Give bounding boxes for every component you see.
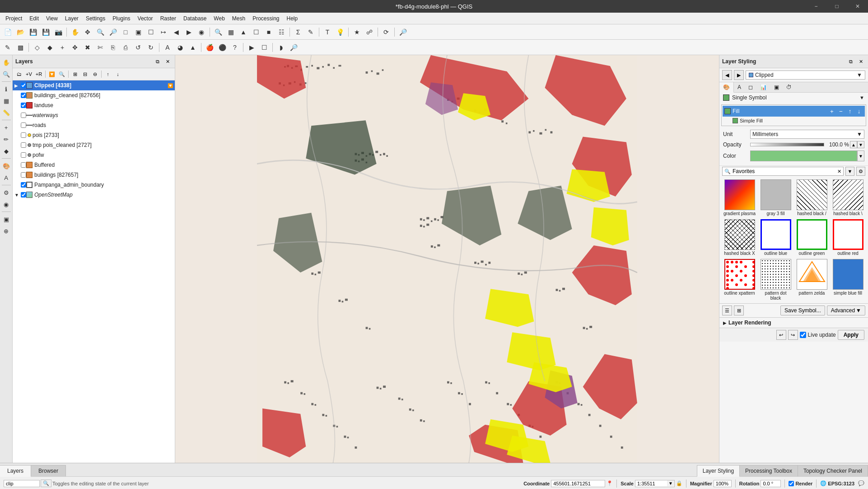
show-bookmarks-btn[interactable]: ☍ <box>364 26 375 38</box>
layer-item-osm[interactable]: ▼ OpenStreetMap <box>13 190 175 200</box>
symbol-fill-row[interactable]: Fill + − ↑ ↓ <box>723 106 865 117</box>
zoom-native-btn[interactable]: ◉ <box>196 26 207 38</box>
tool-zoom-in[interactable]: 🔍 <box>1 69 12 80</box>
color-dropdown-btn[interactable]: ▼ <box>857 150 864 161</box>
zoom-out-btn[interactable]: 🔎 <box>107 26 119 38</box>
fav-gray-fill[interactable]: gray 3 fill <box>758 179 793 217</box>
identify-btn[interactable]: 🔍 <box>212 26 224 38</box>
menu-plugins[interactable]: Plugins <box>109 14 134 23</box>
tool-label[interactable]: A <box>1 172 12 183</box>
menu-raster[interactable]: Raster <box>157 14 180 23</box>
layers-panel-close[interactable]: ✕ <box>163 57 172 66</box>
map-tips-btn[interactable]: 💡 <box>334 26 346 38</box>
menu-layer[interactable]: Layer <box>61 14 82 23</box>
layer-check-pofw[interactable] <box>21 152 26 158</box>
layer-check-tmp-pois[interactable] <box>21 142 26 148</box>
tool-measure[interactable]: 📏 <box>1 107 12 118</box>
opacity-slider[interactable] <box>750 143 824 146</box>
styling-tab-symbology[interactable]: 🎨 <box>719 82 734 93</box>
move-feature-btn[interactable]: ✥ <box>69 42 81 53</box>
quick-osm-btn[interactable]: ◗ <box>275 42 287 53</box>
layer-item-waterways[interactable]: waterways <box>13 110 175 120</box>
tool-gps[interactable]: ⊕ <box>1 226 12 236</box>
layer-check-pampanga[interactable] <box>21 182 26 188</box>
view-list-btn[interactable]: ☰ <box>722 306 732 315</box>
digitize-btn[interactable]: ▩ <box>14 42 26 53</box>
tool-plugin1[interactable]: ⚙ <box>1 187 12 198</box>
apply-btn[interactable]: Apply <box>838 330 864 340</box>
save-as-btn[interactable]: 💾 <box>40 26 51 38</box>
select-rect-btn[interactable]: ▦ <box>225 26 237 38</box>
menu-settings[interactable]: Settings <box>82 14 109 23</box>
save-symbol-btn[interactable]: Save Symbol... <box>780 306 825 315</box>
layer-check-waterways[interactable] <box>21 113 26 118</box>
fav-outline-xpat[interactable]: outline xpattern <box>722 258 757 301</box>
select-poly-btn[interactable]: ▲ <box>238 26 249 38</box>
advanced-btn[interactable]: Advanced ▼ <box>827 306 865 315</box>
tool-3d[interactable]: ▣ <box>1 214 12 225</box>
vertex-btn[interactable]: ◆ <box>44 42 56 53</box>
fav-simple-blue[interactable]: simple blue fill <box>831 258 865 301</box>
add-raster-layer[interactable]: +R <box>34 70 43 79</box>
tool-identify[interactable]: ℹ <box>1 84 12 94</box>
copy-feature-btn[interactable]: ⎘ <box>107 42 119 53</box>
rotation-input[interactable] <box>761 480 781 487</box>
menu-edit[interactable]: Edit <box>26 14 42 23</box>
statusbar-search-btn[interactable]: 🔍 <box>41 480 51 487</box>
layer-check-osm[interactable] <box>21 192 26 197</box>
tool-style[interactable]: 🎨 <box>1 160 12 171</box>
layer-check-landuse[interactable] <box>21 103 26 108</box>
styling-tab-masks[interactable]: ◻ <box>745 82 756 92</box>
new-project-btn[interactable]: 📄 <box>2 26 14 38</box>
layer-search[interactable]: 🔍 <box>57 70 66 79</box>
layer-item-buildings-cleaned[interactable]: buildings_cleaned [827656] <box>13 90 175 100</box>
fav-outline-blue[interactable]: outline blue <box>758 218 793 257</box>
move-layer-up[interactable]: ↑ <box>103 70 112 79</box>
favorites-search-input[interactable] <box>733 168 835 174</box>
tool-node[interactable]: ◆ <box>1 146 12 156</box>
new-spatial-bkmk-btn[interactable]: ★ <box>351 26 363 38</box>
symbol-type-dropdown[interactable]: ▼ <box>859 95 864 100</box>
layer-item-clipped[interactable]: ▶ Clipped [4338] 🔽 <box>13 80 175 90</box>
tab-layers[interactable]: Layers <box>0 465 31 477</box>
save-project-btn[interactable]: 💾 <box>27 26 39 38</box>
opacity-down-btn[interactable]: ▼ <box>857 141 864 148</box>
label-btn[interactable]: A <box>162 42 173 53</box>
collapse-all[interactable]: ⊟ <box>80 70 89 79</box>
layer-check-pois[interactable] <box>21 132 26 138</box>
cut-feature-btn[interactable]: ✄ <box>94 42 106 53</box>
field-calc-btn[interactable]: ✎ <box>305 26 317 38</box>
layer-item-tmp-pois[interactable]: tmp pois_cleaned [2727] <box>13 140 175 150</box>
fav-gradient-plasma[interactable]: gradient plasma <box>722 179 757 217</box>
tool-add-layer[interactable]: + <box>1 122 12 133</box>
crs-area[interactable]: 🌐 EPSG:3123 <box>820 480 854 486</box>
layer-selector[interactable]: Clipped ▼ <box>746 71 865 80</box>
tool-plugin2[interactable]: ◉ <box>1 199 12 210</box>
layer-check-buffered[interactable] <box>21 162 26 168</box>
node-tool-btn[interactable]: ◇ <box>31 42 43 53</box>
zoom-next-btn[interactable]: ▶ <box>183 26 195 38</box>
magnifier-input[interactable] <box>714 480 732 487</box>
maximize-button[interactable]: □ <box>826 0 847 13</box>
refresh-btn[interactable]: ⟳ <box>380 26 392 38</box>
layer-styling-float[interactable]: ⧉ <box>846 57 855 66</box>
fill-down-btn[interactable]: ↓ <box>855 107 863 115</box>
fav-hashed-nw[interactable]: hashed black \ <box>831 179 865 217</box>
menu-view[interactable]: View <box>42 14 61 23</box>
layer-check-clipped[interactable] <box>21 83 26 88</box>
render-checkbox[interactable] <box>789 481 794 486</box>
layer-item-pois[interactable]: pois [2733] <box>13 130 175 140</box>
styling-tab-diagrams[interactable]: 📊 <box>756 82 770 92</box>
menu-database[interactable]: Database <box>180 14 210 23</box>
tab-processing-toolbox[interactable]: Processing Toolbox <box>740 465 798 476</box>
fav-outline-green[interactable]: outline green <box>794 218 829 257</box>
open-layer-manager[interactable]: 🗂 <box>14 70 23 79</box>
expand-all[interactable]: ⊞ <box>70 70 79 79</box>
move-layer-down[interactable]: ↓ <box>113 70 122 79</box>
menu-web[interactable]: Web <box>210 14 228 23</box>
pan-map-btn[interactable]: ✋ <box>69 26 81 38</box>
layers-panel-float[interactable]: ⧉ <box>153 57 162 66</box>
layer-check-buildings[interactable] <box>21 172 26 178</box>
edit-toggle-btn[interactable]: ✎ <box>2 42 14 53</box>
fav-pattern-dot[interactable]: pattern dot black <box>758 258 793 301</box>
